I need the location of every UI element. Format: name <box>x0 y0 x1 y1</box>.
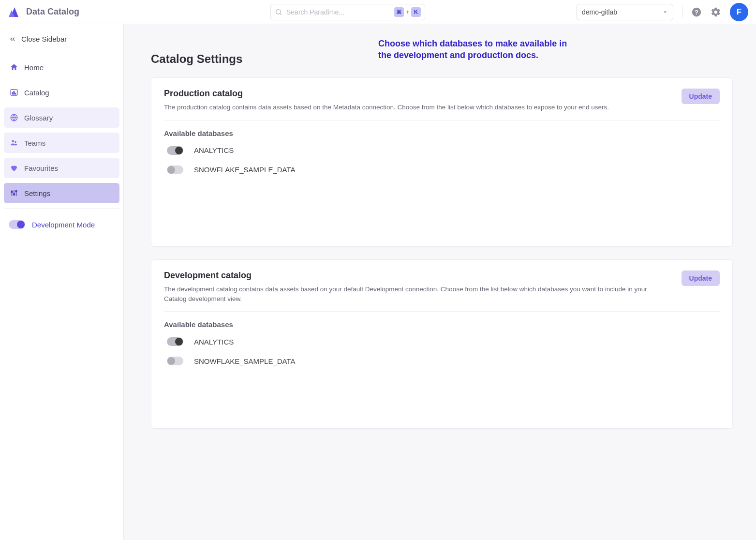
gear-icon[interactable] <box>711 7 721 17</box>
database-row: ANALYTICS <box>164 146 720 155</box>
sidebar-item-glossary[interactable]: Glossary <box>4 107 119 128</box>
sidebar-item-label: Home <box>24 63 44 72</box>
card-description: The development catalog contains data as… <box>164 285 657 303</box>
sidebar-item-catalog[interactable]: Catalog <box>4 82 119 103</box>
sliders-icon <box>10 189 18 197</box>
page-header-row: Catalog Settings Choose which databases … <box>151 38 733 66</box>
available-databases-label: Available databases <box>164 129 720 137</box>
search-input[interactable] <box>286 8 390 16</box>
sidebar-item-settings[interactable]: Settings <box>4 183 119 203</box>
database-toggle[interactable] <box>167 357 183 365</box>
development-catalog-card: Development catalog The development cata… <box>151 259 733 429</box>
update-button[interactable]: Update <box>682 89 720 104</box>
card-header-text: Development catalog The development cata… <box>164 270 657 303</box>
page-title: Catalog Settings <box>151 38 359 66</box>
header-right: demo-gitlab ? F <box>577 3 748 21</box>
database-row: SNOWFLAKE_SAMPLE_DATA <box>164 165 720 174</box>
app-title: Data Catalog <box>26 7 79 17</box>
svg-point-16 <box>11 191 13 193</box>
help-icon[interactable]: ? <box>691 7 702 17</box>
chevron-down-icon <box>662 9 668 15</box>
team-icon <box>10 138 18 147</box>
svg-point-14 <box>15 141 16 143</box>
kbd-plus: + <box>406 9 409 15</box>
svg-line-3 <box>280 14 282 15</box>
close-sidebar-button[interactable]: Close Sidebar <box>4 29 119 51</box>
sidebar-item-favourites[interactable]: Favourites <box>4 158 119 178</box>
available-databases-label: Available databases <box>164 320 720 329</box>
production-catalog-card: Production catalog The production catalo… <box>151 77 733 247</box>
svg-point-18 <box>14 194 15 195</box>
workspace-select[interactable]: demo-gitlab <box>577 4 673 20</box>
database-name: ANALYTICS <box>194 146 234 154</box>
card-header: Development catalog The development cata… <box>164 270 720 312</box>
card-header-text: Production catalog The production catalo… <box>164 89 609 112</box>
workspace-selected-label: demo-gitlab <box>582 8 617 16</box>
globe-icon <box>10 113 18 122</box>
app-header: Data Catalog ⌘ + K demo-gitlab ? <box>0 0 756 24</box>
card-header: Production catalog The production catalo… <box>164 89 720 120</box>
home-icon <box>10 63 18 72</box>
kbd-cmd-icon: ⌘ <box>394 7 404 17</box>
sidebar-item-label: Catalog <box>24 89 49 97</box>
sidebar-item-label: Settings <box>24 189 50 197</box>
svg-point-20 <box>15 191 17 192</box>
svg-point-2 <box>276 9 281 14</box>
svg-rect-8 <box>12 92 13 94</box>
svg-point-13 <box>12 140 15 143</box>
database-name: SNOWFLAKE_SAMPLE_DATA <box>194 165 296 174</box>
kbd-k: K <box>411 7 421 17</box>
sidebar-item-teams[interactable]: Teams <box>4 133 119 153</box>
sidebar-item-label: Favourites <box>24 164 58 172</box>
card-description: The production catalog contains data ass… <box>164 103 609 112</box>
database-row: ANALYTICS <box>164 337 720 346</box>
page-callout: Choose which databases to make available… <box>378 38 572 61</box>
search-icon <box>275 8 282 16</box>
database-toggle[interactable] <box>167 165 183 174</box>
chevrons-left-icon <box>9 35 16 43</box>
card-title: Production catalog <box>164 89 609 99</box>
update-button[interactable]: Update <box>682 270 720 286</box>
logo-area: Data Catalog <box>8 6 119 18</box>
database-name: SNOWFLAKE_SAMPLE_DATA <box>194 357 296 365</box>
database-toggle[interactable] <box>167 337 183 346</box>
search-box[interactable]: ⌘ + K <box>270 4 425 20</box>
catalog-icon <box>10 88 18 97</box>
sidebar-item-label: Teams <box>24 139 45 147</box>
development-mode-label: Development Mode <box>32 221 95 229</box>
card-title: Development catalog <box>164 270 657 281</box>
logo-icon <box>8 6 21 18</box>
heart-icon <box>10 164 18 172</box>
search-hotkey: ⌘ + K <box>394 7 421 17</box>
database-name: ANALYTICS <box>194 338 234 346</box>
main-content: Catalog Settings Choose which databases … <box>124 24 756 540</box>
header-center: ⌘ + K <box>127 4 569 20</box>
separator <box>682 6 682 18</box>
divider <box>4 208 119 209</box>
svg-rect-10 <box>15 93 16 94</box>
svg-text:?: ? <box>695 8 698 15</box>
svg-rect-9 <box>14 91 15 94</box>
development-mode-toggle[interactable] <box>9 220 25 229</box>
sidebar-item-label: Glossary <box>24 114 53 122</box>
database-toggle[interactable] <box>167 146 183 155</box>
svg-marker-4 <box>664 11 667 13</box>
database-row: SNOWFLAKE_SAMPLE_DATA <box>164 357 720 365</box>
sidebar-item-home[interactable]: Home <box>4 57 119 77</box>
avatar[interactable]: F <box>730 3 748 21</box>
development-mode-row: Development Mode <box>4 217 119 232</box>
close-sidebar-label: Close Sidebar <box>21 35 67 43</box>
sidebar: Close Sidebar Home Catalog Glossary Team <box>0 24 124 540</box>
